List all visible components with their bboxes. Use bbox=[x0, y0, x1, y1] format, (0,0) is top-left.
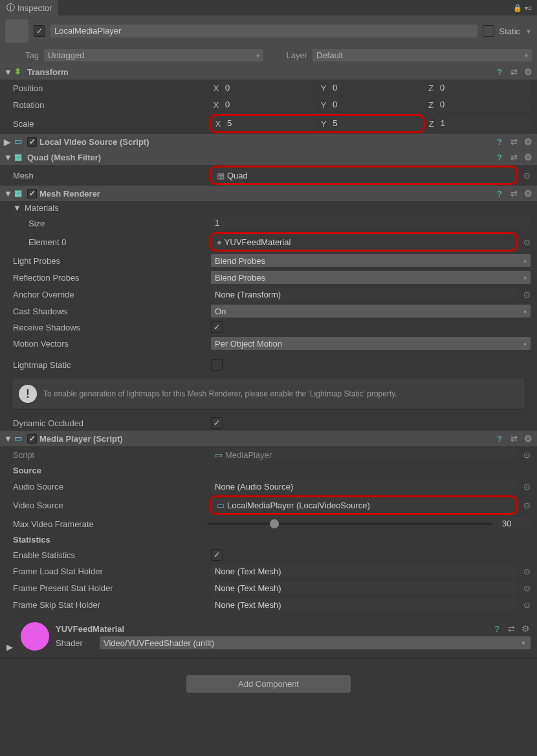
gameobject-name-field[interactable]: LocalMediaPlayer bbox=[50, 25, 477, 38]
materials-size-field[interactable]: 1 bbox=[211, 217, 531, 230]
frame-present-field[interactable]: None (Text Mesh) bbox=[211, 581, 517, 594]
gear-icon[interactable]: ⚙ bbox=[523, 67, 533, 77]
material-foldout-icon[interactable]: ▶ bbox=[6, 642, 14, 652]
scale-y-field[interactable]: 5 bbox=[329, 117, 421, 130]
context-menu-icon[interactable]: ▾≡ bbox=[525, 5, 532, 12]
tag-dropdown[interactable]: Untagged ♦ bbox=[44, 49, 263, 61]
meshfilter-header[interactable]: ▼ ▦ Quad (Mesh Filter) ? ⇄ ⚙ bbox=[0, 149, 537, 165]
max-framerate-value-field[interactable]: 30 bbox=[498, 517, 531, 530]
foldout-icon[interactable]: ▼ bbox=[4, 189, 12, 199]
help-icon[interactable]: ? bbox=[492, 623, 502, 634]
material-preview[interactable] bbox=[21, 622, 49, 651]
lightmap-static-checkbox[interactable] bbox=[211, 359, 223, 371]
help-icon[interactable]: ? bbox=[494, 433, 505, 444]
meshrenderer-title: Mesh Renderer bbox=[39, 189, 492, 199]
help-icon[interactable]: ? bbox=[494, 188, 505, 199]
audio-source-value: None (Audio Source) bbox=[215, 482, 293, 491]
dropdown-arrow-icon: ♦ bbox=[523, 257, 527, 265]
rotation-x-field[interactable]: 0 bbox=[221, 98, 316, 111]
cast-shadows-label: Cast Shadows bbox=[13, 307, 207, 316]
help-icon[interactable]: ? bbox=[494, 136, 505, 147]
mediaplayer-header[interactable]: ▼ ▭ ✓ Media Player (Script) ? ⇄ ⚙ bbox=[0, 431, 537, 446]
object-picker-icon[interactable]: ⊙ bbox=[523, 583, 531, 593]
frame-load-field[interactable]: None (Text Mesh) bbox=[211, 565, 517, 578]
rotation-z-field[interactable]: 0 bbox=[436, 98, 531, 111]
static-checkbox[interactable] bbox=[483, 25, 494, 37]
preset-icon[interactable]: ⇄ bbox=[509, 188, 519, 199]
materials-foldout-icon[interactable]: ▼ bbox=[13, 203, 21, 213]
preset-icon[interactable]: ⇄ bbox=[509, 67, 519, 77]
localvideo-header[interactable]: ▶ ▭ ✓ Local Video Source (Script) ? ⇄ ⚙ bbox=[0, 134, 537, 149]
position-z-field[interactable]: 0 bbox=[436, 81, 531, 94]
gear-icon[interactable]: ⚙ bbox=[523, 136, 533, 147]
light-probes-dropdown[interactable]: Blend Probes ♦ bbox=[211, 254, 531, 267]
object-picker-icon[interactable]: ⊙ bbox=[523, 171, 531, 180]
object-picker-icon[interactable]: ⊙ bbox=[523, 600, 531, 610]
object-picker-icon[interactable]: ⊙ bbox=[523, 450, 531, 460]
meshrenderer-enable-checkbox[interactable]: ✓ bbox=[27, 189, 37, 199]
meshrenderer-header[interactable]: ▼ ▦ ✓ Mesh Renderer ? ⇄ ⚙ bbox=[0, 186, 537, 201]
element0-field[interactable]: ● YUVFeedMaterial bbox=[213, 235, 515, 248]
audio-source-label: Audio Source bbox=[13, 482, 207, 491]
slider-thumb[interactable] bbox=[270, 519, 279, 528]
gear-icon[interactable]: ⚙ bbox=[523, 433, 533, 444]
audio-source-field[interactable]: None (Audio Source) bbox=[211, 480, 517, 493]
meshfilter-title: Quad (Mesh Filter) bbox=[27, 153, 492, 162]
static-dropdown-icon[interactable]: ▼ bbox=[525, 28, 532, 35]
preset-icon[interactable]: ⇄ bbox=[509, 433, 519, 444]
scale-x-field[interactable]: 5 bbox=[223, 117, 316, 130]
help-icon[interactable]: ? bbox=[494, 67, 505, 77]
transform-icon: ⬍ bbox=[14, 67, 25, 77]
gameobject-icon[interactable] bbox=[5, 19, 28, 43]
help-icon[interactable]: ? bbox=[494, 152, 505, 162]
object-picker-icon[interactable]: ⊙ bbox=[523, 290, 531, 299]
foldout-icon[interactable]: ▶ bbox=[4, 137, 12, 147]
lightmap-info-box: ! To enable generation of lightmaps for … bbox=[12, 378, 525, 410]
foldout-icon[interactable]: ▼ bbox=[4, 153, 12, 162]
reflection-probes-dropdown[interactable]: Blend Probes ♦ bbox=[211, 271, 531, 284]
foldout-icon[interactable]: ▼ bbox=[4, 67, 12, 77]
gear-icon[interactable]: ⚙ bbox=[520, 623, 531, 634]
object-picker-icon[interactable]: ⊙ bbox=[523, 482, 531, 491]
preset-icon[interactable]: ⇄ bbox=[509, 152, 519, 162]
shader-dropdown[interactable]: Video/YUVFeedShader (unlit) ▼ bbox=[100, 636, 531, 649]
object-picker-icon[interactable]: ⊙ bbox=[523, 237, 531, 247]
cast-shadows-dropdown[interactable]: On ♦ bbox=[211, 305, 531, 318]
rotation-y-field[interactable]: 0 bbox=[329, 98, 423, 111]
lightmap-static-label: Lightmap Static bbox=[13, 360, 207, 370]
localvideo-enable-checkbox[interactable]: ✓ bbox=[27, 137, 37, 147]
transform-header[interactable]: ▼ ⬍ Transform ? ⇄ ⚙ bbox=[0, 64, 537, 80]
max-framerate-slider[interactable] bbox=[207, 523, 492, 525]
position-x-field[interactable]: 0 bbox=[221, 81, 316, 94]
lightmap-info-text: To enable generation of lightmaps for th… bbox=[43, 389, 397, 398]
anchor-override-field[interactable]: None (Transform) bbox=[211, 288, 517, 301]
gear-icon[interactable]: ⚙ bbox=[523, 188, 533, 199]
preset-icon[interactable]: ⇄ bbox=[509, 136, 519, 147]
anchor-override-label: Anchor Override bbox=[13, 290, 207, 299]
dynamic-occluded-checkbox[interactable]: ✓ bbox=[211, 417, 223, 429]
mediaplayer-enable-checkbox[interactable]: ✓ bbox=[27, 434, 37, 444]
position-y-field[interactable]: 0 bbox=[329, 81, 423, 94]
meshfilter-icon: ▦ bbox=[14, 152, 25, 162]
receive-shadows-checkbox[interactable]: ✓ bbox=[211, 321, 223, 333]
foldout-icon[interactable]: ▼ bbox=[4, 434, 12, 444]
inspector-tab[interactable]: ⓘ Inspector bbox=[0, 0, 58, 16]
element0-value: YUVFeedMaterial bbox=[225, 237, 291, 247]
gear-icon[interactable]: ⚙ bbox=[523, 152, 533, 162]
layer-dropdown[interactable]: Default ♦ bbox=[312, 49, 532, 61]
frame-present-label: Frame Present Stat Holder bbox=[13, 583, 207, 593]
mesh-field[interactable]: ▦ Quad bbox=[213, 169, 515, 182]
motion-vectors-dropdown[interactable]: Per Object Motion ♦ bbox=[211, 337, 531, 350]
object-picker-icon[interactable]: ⊙ bbox=[523, 501, 531, 510]
scale-z-field[interactable]: 1 bbox=[437, 117, 531, 130]
tag-value: Untagged bbox=[48, 50, 84, 60]
active-checkbox[interactable]: ✓ bbox=[34, 25, 45, 37]
frame-skip-field[interactable]: None (Text Mesh) bbox=[211, 598, 517, 611]
script-icon: ▭ bbox=[14, 136, 25, 147]
preset-icon[interactable]: ⇄ bbox=[506, 623, 516, 634]
add-component-button[interactable]: Add Component bbox=[186, 675, 351, 693]
enable-statistics-checkbox[interactable]: ✓ bbox=[211, 549, 223, 561]
video-source-field[interactable]: ▭ LocalMediaPlayer (LocalVideoSource) bbox=[213, 499, 515, 512]
object-picker-icon[interactable]: ⊙ bbox=[523, 567, 531, 576]
lock-icon[interactable]: 🔒 bbox=[513, 4, 522, 12]
